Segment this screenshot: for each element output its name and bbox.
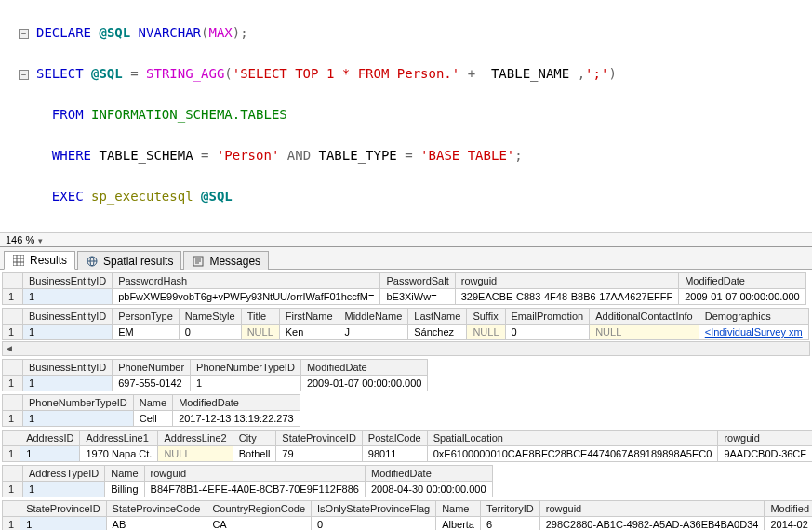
zoom-level[interactable]: 146 %▾ — [0, 232, 812, 247]
table-row: 11EM0NULLKenJSánchezNULL0NULL<Individual… — [3, 325, 809, 340]
svg-rect-0 — [13, 255, 24, 266]
horizontal-scrollbar[interactable]: ◄ — [2, 341, 810, 356]
result-grid-6[interactable]: AddressTypeIDNamerowguidModifiedDate 11B… — [2, 465, 493, 497]
table-row: 11Cell2017-12-13 13:19:22.273 — [3, 411, 300, 427]
kw-from: FROM — [52, 107, 84, 122]
result-grid-2[interactable]: BusinessEntityIDPersonTypeNameStyleTitle… — [2, 308, 809, 340]
table-row: 11BillingB84F78B1-4EFE-4A0E-8CB7-70E9F11… — [3, 482, 493, 497]
sql-string: 'SELECT TOP 1 * FROM Person.' — [233, 66, 459, 81]
result-grid-4[interactable]: PhoneNumberTypeIDNameModifiedDate 11Cell… — [2, 394, 300, 427]
table-row: 11697-555-014212009-01-07 00:00:00.000 — [3, 376, 428, 391]
table-row: 111970 Napa Ct.NULLBothell79980110xE6100… — [3, 446, 813, 462]
kw-exec: EXEC — [52, 189, 84, 204]
kw-nvarchar: NVARCHAR — [139, 25, 201, 40]
chevron-down-icon[interactable]: ▾ — [38, 236, 43, 245]
kw-max: MAX — [208, 25, 232, 40]
result-grid-3[interactable]: BusinessEntityIDPhoneNumberPhoneNumberTy… — [2, 359, 428, 391]
fn-string-agg: STRING_AGG — [146, 66, 224, 81]
results-tabbar: Results Spatial results Messages — [0, 247, 812, 270]
grid-icon — [12, 254, 25, 267]
tab-messages[interactable]: Messages — [183, 251, 269, 270]
scroll-left-arrow-icon: ◄ — [5, 343, 14, 353]
result-grid-7[interactable]: StateProvinceIDStateProvinceCodeCountryR… — [2, 500, 812, 530]
kw-where: WHERE — [52, 148, 91, 163]
tab-spatial[interactable]: Spatial results — [77, 251, 181, 270]
sql-var: @SQL — [99, 25, 130, 40]
kw-declare: DECLARE — [36, 25, 91, 40]
xml-link[interactable]: <IndividualSurvey xm — [699, 325, 808, 340]
table-row: 11ABCA0Alberta6298C2880-AB1C-4982-A5AD-A… — [3, 517, 813, 531]
text-cursor — [233, 189, 233, 204]
kw-and: AND — [287, 148, 311, 163]
results-panel: BusinessEntityIDPasswordHashPasswordSalt… — [0, 270, 812, 530]
table-row: 11pbFwXWE99vobT6g+vPWFy93NtUU/orrIWafF01… — [3, 289, 806, 305]
fold-icon[interactable]: − — [19, 29, 29, 39]
fold-icon[interactable]: − — [19, 70, 29, 80]
kw-select: SELECT — [36, 66, 84, 81]
sp-name: sp_executesql — [91, 189, 193, 204]
result-grid-5[interactable]: AddressIDAddressLine1AddressLine2CitySta… — [2, 430, 812, 462]
globe-icon — [86, 255, 99, 268]
tab-results[interactable]: Results — [4, 251, 75, 270]
result-grid-1[interactable]: BusinessEntityIDPasswordHashPasswordSalt… — [2, 272, 806, 305]
schema-table: INFORMATION_SCHEMA.TABLES — [91, 107, 287, 122]
messages-icon — [192, 255, 205, 268]
sql-editor[interactable]: −DECLARE @SQL NVARCHAR(MAX); −SELECT @SQ… — [0, 0, 812, 232]
